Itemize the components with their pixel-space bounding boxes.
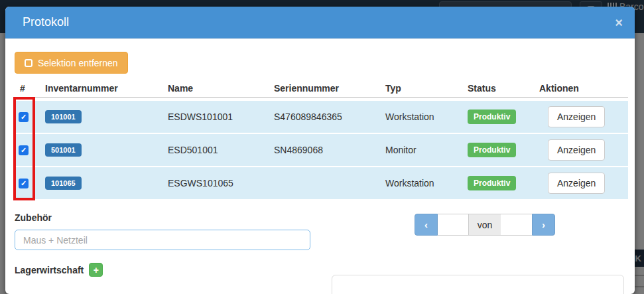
plus-icon: + [94,265,99,275]
type-cell: Workstation [385,111,468,122]
table-row: ✓ 101065 ESGWS101065 Workstation Produkt… [15,167,628,199]
checkbox-outline-icon [25,59,32,67]
name-cell: ESGWS101065 [168,178,274,188]
status-badge: Produktiv [468,176,516,190]
pagination: ‹ von › [415,214,555,236]
col-header-status: Status [468,83,539,94]
status-badge: Produktiv [468,143,516,157]
name-cell: ESD501001 [168,145,274,155]
next-page-button[interactable]: › [532,214,555,236]
table-row: ✓ 101001 ESDWS101001 S476089846365 Works… [15,101,628,133]
status-cell: Produktiv [468,143,539,157]
show-button[interactable]: Anzeigen [548,173,605,194]
modal-body: Selektion entfernen # Inventarnummer Nam… [5,38,635,294]
actions-cell: Anzeigen [539,173,628,194]
add-button[interactable]: + [89,263,103,277]
col-header-name: Name [168,83,274,94]
chevron-left-icon: ‹ [424,219,428,230]
accessories-input[interactable] [15,230,310,250]
status-cell: Produktiv [468,176,539,190]
checkbox-cell: ✓ [15,179,45,188]
status-badge: Produktiv [468,110,516,124]
table-row: ✓ 501001 ESD501001 SN4869068 Monitor Pro… [15,134,628,166]
col-header-aktionen: Aktionen [539,83,628,94]
modal-title: Protokoll [5,15,69,29]
col-header-typ: Typ [385,83,468,94]
accessories-label: Zubehör [15,212,52,223]
modal-header: Protokoll × [5,7,635,38]
inventory-number-cell: 101001 [45,110,168,123]
type-cell: Workstation [385,178,468,188]
inventory-number-badge[interactable]: 101065 [45,177,82,190]
checkbox-cell: ✓ [15,112,45,122]
checkbox-cell: ✓ [15,145,45,155]
row-checkbox[interactable]: ✓ [19,112,29,122]
inventory-number-cell: 101065 [45,177,168,190]
close-icon[interactable]: × [615,16,623,29]
warehouse-label: Lagerwirtschaft [15,265,84,275]
show-button[interactable]: Anzeigen [548,139,605,161]
inventory-number-badge[interactable]: 101001 [45,110,82,123]
status-cell: Produktiv [468,110,539,124]
current-page-input[interactable] [438,214,469,236]
actions-cell: Anzeigen [539,139,628,161]
remove-selection-button[interactable]: Selektion entfernen [15,52,128,74]
warehouse-row: Lagerwirtschaft + [15,263,103,277]
table-header-row: # Inventarnummer Name Seriennummer Typ S… [15,80,628,98]
show-button[interactable]: Anzeigen [548,106,605,127]
inventory-number-cell: 501001 [45,143,168,157]
protokoll-modal: Protokoll × Selektion entfernen # Invent… [5,7,635,294]
pagination-von-label: von [469,214,501,236]
actions-cell: Anzeigen [539,106,628,127]
remove-selection-label: Selektion entfernen [38,58,118,68]
col-header-inventarnummer: Inventarnummer [45,83,168,94]
serial-cell: SN4869068 [274,145,385,155]
total-pages-input[interactable] [501,214,532,236]
col-header-check: # [15,83,45,94]
name-cell: ESDWS101001 [168,111,274,122]
col-header-seriennummer: Seriennummer [274,83,385,94]
serial-cell: S476089846365 [274,111,385,122]
brand-card: ( ) Inventory360 [332,275,624,294]
inventory-number-badge[interactable]: 501001 [45,143,82,157]
chevron-right-icon: › [542,219,545,230]
row-checkbox[interactable]: ✓ [19,179,29,188]
screen: Barco AK Protokoll × Selektion entfernen… [0,0,644,294]
type-cell: Monitor [385,145,468,155]
row-checkbox[interactable]: ✓ [19,145,29,155]
prev-page-button[interactable]: ‹ [415,214,438,236]
